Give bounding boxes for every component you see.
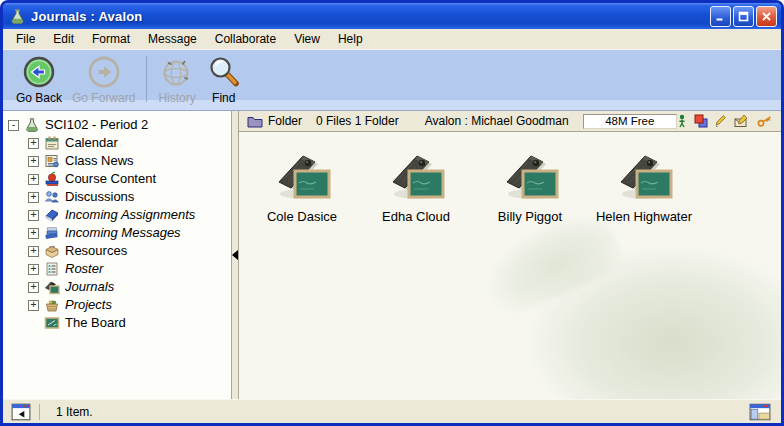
panel-toggle-icon[interactable] [11,403,31,421]
go-back-button[interactable]: Go Back [11,54,67,105]
tree-item-label: Calendar [65,134,118,152]
chalkboard-icon [44,315,60,331]
journal-item[interactable]: Helen Highwater [591,146,697,224]
collapse-toggle[interactable]: - [8,120,19,131]
journal-item[interactable]: Billy Piggot [477,146,583,224]
menu-message[interactable]: Message [139,30,206,48]
forward-icon [86,54,122,90]
journal-item[interactable]: Edha Cloud [363,146,469,224]
minimize-button[interactable] [710,6,731,27]
menu-view[interactable]: View [285,30,329,48]
menu-bar: File Edit Format Message Collaborate Vie… [3,29,781,50]
go-forward-button: Go Forward [67,54,140,105]
tree-item-the-board[interactable]: The Board [28,314,231,332]
journal-item-label: Helen Highwater [596,209,692,224]
journal-chalkboard-icon [612,146,676,204]
compose-icon[interactable] [734,114,750,128]
magnifier-icon [206,54,242,90]
find-button[interactable]: Find [201,54,247,105]
tree-item-label: Incoming Assignments [65,206,195,224]
tree-item-incoming-messages[interactable]: + Incoming Messages [28,224,231,242]
journal-item[interactable]: Cole Dasice [249,146,355,224]
menu-format[interactable]: Format [83,30,139,48]
status-bar: 1 Item. [3,399,781,423]
expand-toggle[interactable]: + [28,156,39,167]
journal-item-label: Cole Dasice [267,209,337,224]
folder-counts: 0 Files 1 Folder [316,114,399,128]
journal-chalkboard-icon [270,146,334,204]
books-stack-icon [44,225,60,241]
account-label: Avalon : Michael Goodman [425,114,569,128]
folder-icon [247,115,263,128]
list-icon [44,261,60,277]
expand-toggle[interactable]: + [28,192,39,203]
tree-item-course-content[interactable]: + Course Content [28,170,231,188]
journal-icon [44,279,60,295]
tree-item-label: Journals [65,278,114,296]
apple-books-icon [44,171,60,187]
free-space-indicator: 48M Free [583,114,677,129]
journal-chalkboard-icon [498,146,562,204]
go-forward-label: Go Forward [72,91,135,105]
people-icon [44,189,60,205]
pencil-icon[interactable] [715,114,727,128]
history-label: History [158,91,195,105]
tree-item-roster[interactable]: + Roster [28,260,231,278]
expand-toggle[interactable]: + [28,246,39,257]
expand-toggle[interactable]: + [28,138,39,149]
window-title: Journals : Avalon [31,9,710,24]
titlebar[interactable]: Journals : Avalon [3,3,781,29]
tree-item-label: Class News [65,152,134,170]
expand-toggle[interactable]: + [28,174,39,185]
tree-item-label: The Board [65,314,126,332]
close-button[interactable] [756,6,777,27]
expand-toggle[interactable]: + [28,282,39,293]
news-icon [44,153,60,169]
tree-item-incoming-assignments[interactable]: + Incoming Assignments [28,206,231,224]
go-back-label: Go Back [16,91,62,105]
expand-toggle[interactable]: + [28,264,39,275]
map-watermark [529,247,781,399]
tree-item-resources[interactable]: + Resources [28,242,231,260]
tree-item-discussions[interactable]: + Discussions [28,188,231,206]
journal-item-label: Billy Piggot [498,209,562,224]
tree-item-label: Resources [65,242,127,260]
user-icon[interactable] [677,114,687,128]
expand-toggle[interactable]: + [28,300,39,311]
book-icon [44,207,60,223]
expand-toggle[interactable]: + [28,210,39,221]
journal-chalkboard-icon [384,146,448,204]
menu-help[interactable]: Help [329,30,372,48]
tree-panel: - SCI102 - Period 2 + Calendar + Class N… [3,111,231,399]
key-icon[interactable] [757,115,773,127]
expand-toggle[interactable]: + [28,228,39,239]
tree-item-journals[interactable]: + Journals [28,278,231,296]
tree-item-class-news[interactable]: + Class News [28,152,231,170]
tree-item-class[interactable]: - SCI102 - Period 2 [8,116,231,134]
panel-splitter[interactable] [231,111,239,399]
menu-collaborate[interactable]: Collaborate [206,30,285,48]
tree-item-label: Incoming Messages [65,224,181,242]
toolbar: Go Back Go Forward History Find [3,50,781,110]
tree-item-projects[interactable]: + Projects [28,296,231,314]
layers-icon[interactable] [694,114,708,128]
menu-edit[interactable]: Edit [44,30,83,48]
folder-info-bar: Folder 0 Files 1 Folder Avalon : Michael… [239,111,781,132]
tree-item-calendar[interactable]: + Calendar [28,134,231,152]
tree-item-label: Discussions [65,188,134,206]
calendar-icon [44,135,60,151]
toolbar-separator [146,56,147,102]
statusbar-separator [39,404,40,420]
tree-item-label: Roster [65,260,103,278]
folder-pane: Folder 0 Files 1 Folder Avalon : Michael… [239,111,781,399]
collapse-arrow-icon [232,250,238,260]
basket-icon [44,297,60,313]
maximize-button[interactable] [733,6,754,27]
box-books-icon [44,243,60,259]
history-button: History [153,54,200,105]
view-switch-icon[interactable] [749,403,771,421]
app-window: Journals : Avalon File Edit Format Messa… [0,0,784,426]
globe-icon [159,54,195,90]
menu-file[interactable]: File [7,30,44,48]
folder-contents: Cole Dasice Edha Cloud Billy Piggot [239,132,781,399]
